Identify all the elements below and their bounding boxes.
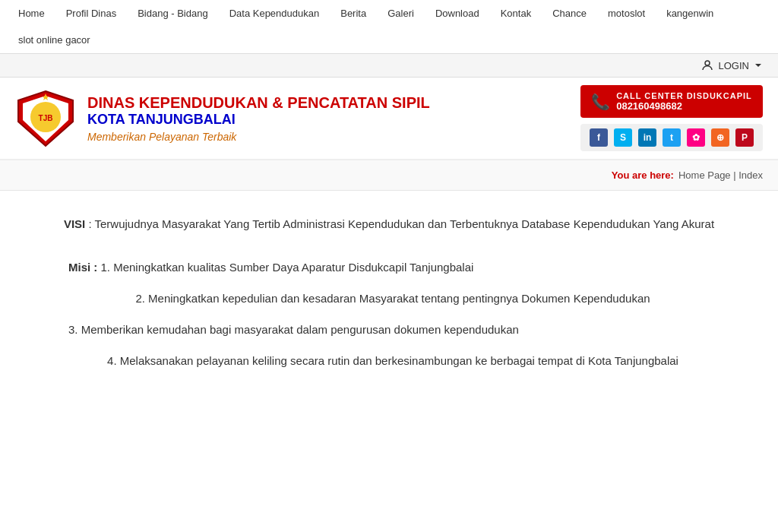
header-text: DINAS KEPENDUDUKAN & PENCATATAN SIPIL KO…: [87, 93, 430, 144]
agency-title-main: DINAS KEPENDUDUKAN & PENCATATAN SIPIL: [87, 93, 430, 112]
chevron-down-icon: [754, 61, 763, 70]
nav-item-chance: Chance: [542, 0, 597, 27]
agency-title-sub: KOTA TANJUNGBALAI: [87, 112, 430, 128]
nav-link-bidang-bidang[interactable]: Bidang - Bidang: [127, 0, 219, 27]
user-icon: [701, 59, 714, 72]
nav-link-motoslot[interactable]: motoslot: [597, 0, 656, 27]
visi-section: VISI : Terwujudnya Masyarakat Yang Terti…: [61, 214, 717, 234]
call-center-number: 082160498682: [616, 100, 752, 112]
nav-link-galeri[interactable]: Galeri: [377, 0, 425, 27]
main-content: VISI : Terwujudnya Masyarakat Yang Terti…: [0, 191, 778, 404]
nav-item-download: Download: [425, 0, 490, 27]
misi-section: Misi : 1. Meningkatkan kualitas Sumber D…: [61, 257, 717, 371]
nav-link-kontak[interactable]: Kontak: [490, 0, 542, 27]
nav-item-kontak: Kontak: [490, 0, 542, 27]
social-icon-sk[interactable]: S: [614, 128, 632, 147]
misi-item-3-container: 3. Memberikan kemudahan bagi masyarakat …: [61, 319, 717, 340]
visi-label: VISI: [64, 217, 85, 230]
nav-link-home[interactable]: Home: [8, 0, 55, 27]
nav-item-profil-dinas: Profil Dinas: [55, 0, 127, 27]
logo-emblem: TJB: [15, 88, 76, 149]
breadcrumb-label: You are here:: [612, 169, 674, 181]
social-icon-li[interactable]: in: [638, 128, 656, 147]
breadcrumb-links: Home Page | Index: [678, 169, 763, 181]
header-left: TJB DINAS KEPENDUDUKAN & PENCATATAN SIPI…: [15, 88, 430, 149]
call-center-text: CALL CENTER DISDUKCAPIL 082160498682: [616, 91, 752, 112]
misi-item-4-container: 4. Melaksanakan pelayanan keliling secar…: [61, 350, 717, 371]
social-icon-fl[interactable]: ✿: [687, 128, 705, 147]
visi-description: : Terwujudnya Masyarakat Yang Tertib Adm…: [88, 217, 714, 230]
nav-item-bidang-bidang: Bidang - Bidang: [127, 0, 219, 27]
svg-text:TJB: TJB: [39, 114, 53, 122]
nav-link-profil-dinas[interactable]: Profil Dinas: [55, 0, 127, 27]
call-center-box: 📞 CALL CENTER DISDUKCAPIL 082160498682: [580, 85, 763, 118]
nav-link-chance[interactable]: Chance: [542, 0, 597, 27]
call-center-label: CALL CENTER DISDUKCAPIL: [616, 91, 752, 100]
misi-item-4: 4. Melaksanakan pelayanan keliling secar…: [107, 354, 678, 367]
nav-link-slot-online-gacor[interactable]: slot online gacor: [8, 27, 101, 53]
visi-text: VISI : Terwujudnya Masyarakat Yang Terti…: [61, 214, 717, 234]
nav-item-home: Home: [8, 0, 55, 27]
nav-item-slot-online-gacor: slot online gacor: [8, 27, 101, 53]
nav-item-data-kependudukan: Data Kependudukan: [219, 0, 330, 27]
nav-link-kangenwin[interactable]: kangenwin: [656, 0, 724, 27]
social-icon-fb[interactable]: f: [590, 128, 608, 147]
social-icon-tw[interactable]: t: [663, 128, 681, 147]
nav-item-kangenwin: kangenwin: [656, 0, 724, 27]
social-icons: fSint✿⊕P: [580, 124, 763, 151]
nav-link-download[interactable]: Download: [425, 0, 490, 27]
nav-link-berita[interactable]: Berita: [330, 0, 377, 27]
svg-point-0: [705, 61, 710, 65]
breadcrumb-bar: You are here: Home Page | Index: [0, 160, 778, 191]
misi-item-3: 3. Memberikan kemudahan bagi masyarakat …: [68, 323, 519, 336]
misi-item-2: 2. Meningkatkan kepedulian dan kesadaran…: [135, 292, 650, 305]
nav-item-motoslot: motoslot: [597, 0, 656, 27]
misi-item-2-container: 2. Meningkatkan kepedulian dan kesadaran…: [61, 288, 717, 309]
misi-item-1: 1. Meningkatkan kualitas Sumber Daya Apa…: [101, 261, 474, 274]
header-right: 📞 CALL CENTER DISDUKCAPIL 082160498682 f…: [580, 85, 763, 151]
social-icon-pi[interactable]: P: [735, 128, 754, 147]
misi-title: Misi :: [68, 261, 97, 274]
login-button[interactable]: LOGIN: [701, 59, 763, 72]
nav-item-galeri: Galeri: [377, 0, 425, 27]
phone-icon: 📞: [591, 93, 610, 111]
login-bar: LOGIN: [0, 54, 778, 78]
login-label: LOGIN: [719, 60, 749, 71]
top-navigation: HomeProfil DinasBidang - BidangData Kepe…: [0, 0, 778, 54]
agency-tagline: Memberikan Pelayanan Terbaik: [87, 131, 430, 143]
site-header: TJB DINAS KEPENDUDUKAN & PENCATATAN SIPI…: [0, 78, 778, 160]
nav-item-berita: Berita: [330, 0, 377, 27]
misi-header: Misi : 1. Meningkatkan kualitas Sumber D…: [61, 257, 717, 277]
nav-link-data-kependudukan[interactable]: Data Kependudukan: [219, 0, 330, 27]
social-icon-rss[interactable]: ⊕: [711, 128, 729, 147]
